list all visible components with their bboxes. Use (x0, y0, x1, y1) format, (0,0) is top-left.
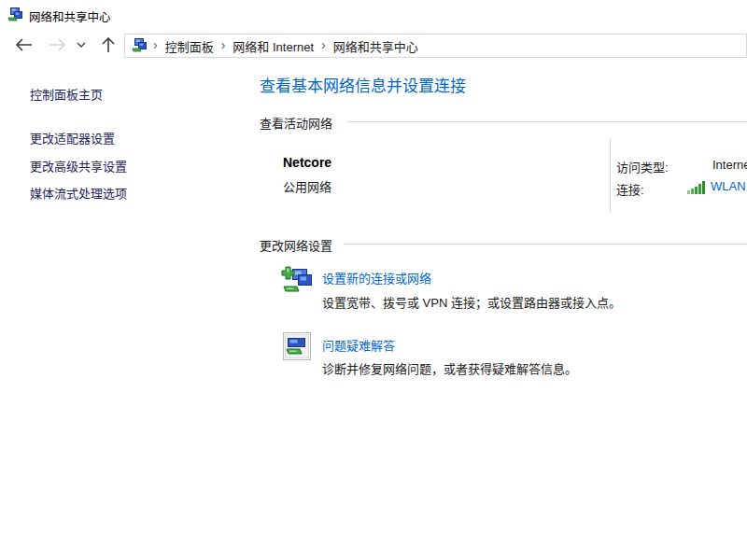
connection-label: 连接: (616, 180, 644, 198)
troubleshoot-icon[interactable] (283, 332, 311, 360)
access-type-value: Internet (712, 158, 747, 172)
forward-arrow-icon (49, 38, 66, 51)
wlan-connection-link[interactable]: WLAN (711, 179, 746, 193)
chevron-right-icon: › (219, 37, 228, 52)
sidebar-item-control-panel-home[interactable]: 控制面板主页 (30, 85, 103, 103)
sidebar-item-change-adapter-settings[interactable]: 更改适配器设置 (30, 129, 115, 147)
breadcrumb-network-internet[interactable]: 网络和 Internet (227, 37, 319, 55)
recent-pages-dropdown-button[interactable] (73, 30, 90, 60)
breadcrumb-network-sharing-center[interactable]: 网络和共享中心 (328, 37, 424, 55)
network-settings-section-title: 更改网络设置 (260, 236, 332, 254)
troubleshoot-problems-description: 诊断并修复网络问题，或者获得疑难解答信息。 (322, 359, 577, 377)
window-title: 网络和共享中心 (29, 7, 111, 25)
sidebar-item-media-streaming-options[interactable]: 媒体流式处理选项 (30, 184, 127, 202)
up-arrow-icon (102, 37, 115, 53)
section-divider (344, 244, 747, 245)
navigation-toolbar: › 控制面板 › 网络和 Internet › 网络和共享中心 (0, 30, 747, 62)
titlebar: 网络和共享中心 (0, 0, 747, 30)
setup-new-connection-description: 设置宽带、拨号或 VPN 连接；或设置路由器或接入点。 (322, 293, 621, 311)
chevron-down-icon (77, 42, 86, 48)
back-button[interactable] (9, 30, 37, 60)
vertical-divider (610, 138, 611, 213)
address-bar[interactable]: › 控制面板 › 网络和 Internet › 网络和共享中心 (124, 34, 747, 58)
forward-button[interactable] (43, 30, 71, 60)
up-button[interactable] (95, 30, 121, 60)
troubleshoot-problems-link[interactable]: 问题疑难解答 (322, 336, 395, 354)
sidebar-item-advanced-sharing-settings[interactable]: 更改高级共享设置 (30, 157, 127, 175)
network-monitors-icon (7, 7, 22, 22)
back-arrow-icon (15, 38, 33, 51)
setup-new-connection-link[interactable]: 设置新的连接或网络 (322, 269, 431, 287)
network-sharing-center-window: 网络和共享中心 › 控制面板 (0, 0, 747, 560)
section-divider (347, 121, 747, 122)
wifi-signal-icon (687, 181, 707, 194)
chevron-right-icon: › (151, 37, 160, 52)
page-title: 查看基本网络信息并设置连接 (260, 73, 466, 96)
breadcrumb-control-panel[interactable]: 控制面板 (160, 37, 219, 55)
access-type-label: 访问类型: (616, 158, 669, 175)
network-category: 公用网络 (283, 177, 331, 195)
chevron-right-icon: › (319, 37, 328, 52)
active-networks-section-title: 查看活动网络 (260, 114, 332, 132)
new-connection-icon[interactable] (281, 266, 312, 297)
address-network-icon[interactable] (131, 38, 148, 53)
network-name: Netcore (283, 155, 331, 170)
